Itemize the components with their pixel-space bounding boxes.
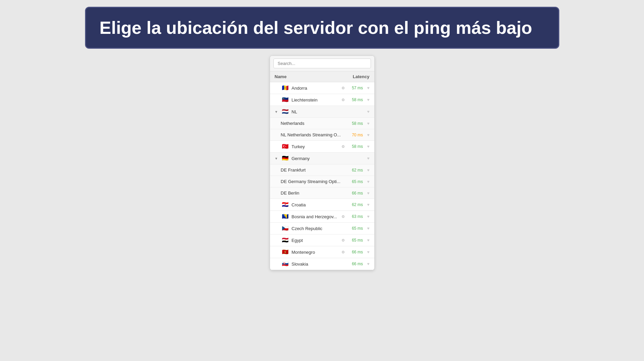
banner: Elige la ubicación del servidor con el p… — [85, 7, 559, 49]
flag-icon: 🇲🇪 — [282, 249, 289, 255]
flag-icon: 🇦🇩 — [282, 85, 289, 91]
flag-icon: 🇳🇱 — [282, 109, 289, 114]
flag-icon: 🇪🇬 — [282, 238, 289, 243]
gear-icon[interactable]: ⚙ — [341, 215, 345, 219]
list-item[interactable]: 🇧🇦Bosnia and Herzegov...⚙63 ms♥ — [270, 211, 374, 223]
latency-value: 63 ms — [348, 214, 363, 219]
list-item[interactable]: DE Frankfurt62 ms♥ — [270, 164, 374, 176]
banner-title: Elige la ubicación del servidor con el p… — [100, 17, 545, 38]
gear-icon[interactable]: ⚙ — [341, 86, 345, 90]
list-item[interactable]: 🇭🇷Croatia62 ms♥ — [270, 199, 374, 211]
column-latency: Latency — [349, 74, 370, 79]
favorite-heart-icon[interactable]: ♥ — [367, 191, 369, 196]
gear-icon[interactable]: ⚙ — [341, 250, 345, 254]
favorite-heart-icon[interactable]: ♥ — [367, 133, 369, 137]
favorite-heart-icon[interactable]: ♥ — [367, 168, 369, 173]
flag-icon: 🇨🇿 — [282, 226, 289, 231]
latency-value: 66 ms — [348, 250, 363, 254]
latency-value: 70 ms — [348, 133, 363, 137]
list-item[interactable]: 🇲🇪Montenegro⚙66 ms♥ — [270, 246, 374, 258]
favorite-heart-icon[interactable]: ♥ — [367, 238, 369, 243]
item-name: Bosnia and Herzegov... — [292, 214, 338, 219]
item-name: Montenegro — [292, 250, 338, 255]
list-item[interactable]: DE Berlin66 ms♥ — [270, 187, 374, 199]
flag-icon: 🇹🇷 — [282, 144, 289, 149]
list-item[interactable]: 🇪🇬Egypt⚙65 ms♥ — [270, 234, 374, 246]
item-name: Slovakia — [292, 262, 345, 267]
favorite-heart-icon[interactable]: ♥ — [367, 179, 369, 184]
favorite-heart-icon[interactable]: ♥ — [367, 86, 369, 90]
favorite-heart-icon[interactable]: ♥ — [367, 202, 369, 207]
item-name: Germany — [292, 156, 345, 161]
latency-value: 57 ms — [348, 86, 363, 90]
latency-value: 58 ms — [348, 97, 363, 102]
favorite-heart-icon[interactable]: ♥ — [367, 214, 369, 219]
flag-icon: 🇱🇮 — [282, 97, 289, 103]
list-item[interactable]: 🇦🇩Andorra⚙57 ms♥ — [270, 82, 374, 94]
item-name: DE Frankfurt — [281, 167, 345, 173]
favorite-heart-icon[interactable]: ♥ — [367, 250, 369, 254]
item-name: Egypt — [292, 238, 338, 243]
item-name: Croatia — [292, 202, 345, 207]
chevron-down-icon: ▼ — [275, 157, 279, 160]
favorite-heart-icon[interactable]: ♥ — [367, 121, 369, 126]
favorite-heart-icon[interactable]: ♥ — [367, 144, 369, 149]
favorite-heart-icon[interactable]: ♥ — [367, 156, 369, 161]
list-item[interactable]: 🇸🇰Slovakia66 ms♥ — [270, 258, 374, 270]
latency-value: 58 ms — [348, 144, 363, 149]
list-item[interactable]: ▼🇳🇱NL♥ — [270, 106, 374, 118]
vpn-panel: Name Latency 🇦🇩Andorra⚙57 ms♥🇱🇮Liechtens… — [270, 55, 375, 270]
list-item[interactable]: ▼🇩🇪Germany♥ — [270, 153, 374, 164]
item-name: DE Germany Streaming Opti... — [281, 179, 345, 184]
list-item[interactable]: Netherlands58 ms♥ — [270, 118, 374, 129]
search-bar-row — [270, 56, 374, 71]
gear-icon[interactable]: ⚙ — [341, 144, 345, 149]
latency-value: 66 ms — [348, 262, 363, 266]
item-name: Turkey — [292, 144, 338, 149]
list-item[interactable]: 🇱🇮Liechtenstein⚙58 ms♥ — [270, 94, 374, 106]
server-list[interactable]: 🇦🇩Andorra⚙57 ms♥🇱🇮Liechtenstein⚙58 ms♥▼🇳… — [270, 82, 374, 270]
latency-value: 65 ms — [348, 226, 363, 231]
item-name: Czech Republic — [292, 226, 345, 231]
item-name: Andorra — [292, 86, 338, 91]
column-name: Name — [275, 74, 349, 79]
item-name: DE Berlin — [281, 190, 345, 196]
favorite-heart-icon[interactable]: ♥ — [367, 109, 369, 114]
flag-icon: 🇩🇪 — [282, 156, 289, 161]
latency-value: 58 ms — [348, 121, 363, 126]
latency-value: 66 ms — [348, 191, 363, 196]
item-name: Netherlands — [281, 121, 345, 126]
list-item[interactable]: NL Netherlands Streaming O...70 ms♥ — [270, 129, 374, 141]
flag-icon: 🇸🇰 — [282, 261, 289, 267]
gear-icon[interactable]: ⚙ — [341, 238, 345, 243]
latency-value: 65 ms — [348, 179, 363, 184]
item-name: Liechtenstein — [292, 97, 338, 103]
item-name: NL — [292, 109, 345, 114]
flag-icon: 🇧🇦 — [282, 214, 289, 219]
gear-icon[interactable]: ⚙ — [341, 98, 345, 102]
list-item[interactable]: 🇨🇿Czech Republic65 ms♥ — [270, 223, 374, 234]
flag-icon: 🇭🇷 — [282, 202, 289, 207]
favorite-heart-icon[interactable]: ♥ — [367, 262, 369, 266]
list-item[interactable]: DE Germany Streaming Opti...65 ms♥ — [270, 176, 374, 187]
item-name: NL Netherlands Streaming O... — [281, 132, 345, 137]
search-input[interactable] — [273, 59, 371, 68]
favorite-heart-icon[interactable]: ♥ — [367, 226, 369, 231]
table-header: Name Latency — [270, 71, 374, 82]
outer-wrapper: Elige la ubicación del servidor con el p… — [85, 7, 559, 270]
latency-value: 62 ms — [348, 168, 363, 173]
panel-container: Name Latency 🇦🇩Andorra⚙57 ms♥🇱🇮Liechtens… — [85, 55, 559, 270]
chevron-down-icon: ▼ — [275, 110, 279, 114]
list-item[interactable]: 🇹🇷Turkey⚙58 ms♥ — [270, 141, 374, 153]
favorite-heart-icon[interactable]: ♥ — [367, 97, 369, 102]
latency-value: 65 ms — [348, 238, 363, 243]
latency-value: 62 ms — [348, 202, 363, 207]
